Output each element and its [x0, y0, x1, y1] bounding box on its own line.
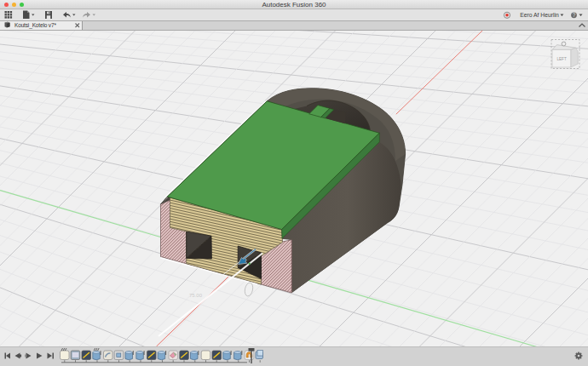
svg-text:75.00: 75.00 [189, 293, 203, 298]
svg-text:LEFT: LEFT [557, 57, 567, 61]
svg-text:Eero Af Heurlin: Eero Af Heurlin [520, 12, 559, 18]
svg-text:?: ? [573, 12, 576, 18]
